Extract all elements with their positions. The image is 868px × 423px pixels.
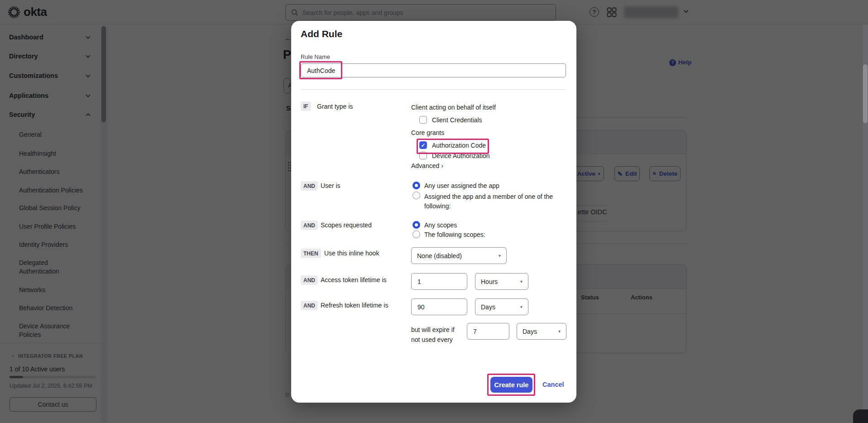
cancel-button[interactable]: Cancel	[542, 381, 564, 388]
access-lifetime-input[interactable]	[411, 273, 467, 290]
authorization-code-checkbox[interactable]: ✓	[419, 141, 427, 149]
authorization-code-label: Authorization Code	[432, 142, 486, 149]
inline-hook-value: None (disabled)	[417, 252, 462, 260]
check-icon: ✓	[421, 143, 425, 148]
chat-widget-button[interactable]	[853, 409, 868, 423]
keyword-if: IF	[301, 101, 311, 111]
access-unit-value: Hours	[481, 278, 498, 285]
expire-unit-select[interactable]: Days ▾	[517, 323, 566, 340]
caret-down-icon: ▾	[520, 304, 523, 309]
keyword-and-user: AND	[301, 181, 318, 191]
access-lifetime-unit-select[interactable]: Hours ▾	[475, 273, 528, 290]
assigned-member-label: Assigned the app and a member of one of …	[424, 192, 564, 211]
grant-group1-label: Client acting on behalf of itself	[411, 104, 496, 111]
following-scopes-radio[interactable]	[412, 231, 420, 238]
rule-name-label: Rule Name	[301, 53, 330, 60]
assigned-member-radio[interactable]	[412, 192, 420, 199]
browser-scrollbar-thumb[interactable]	[863, 64, 868, 123]
any-scopes-radio[interactable]	[412, 221, 420, 229]
browser-scrollbar[interactable]	[863, 24, 868, 423]
caret-down-icon: ▾	[520, 279, 523, 284]
device-authorization-checkbox[interactable]	[419, 152, 427, 159]
inline-hook-label: Use this inline hook	[324, 250, 379, 257]
inline-hook-select[interactable]: None (disabled) ▾	[411, 247, 507, 264]
any-scopes-label: Any scopes	[424, 221, 457, 229]
add-rule-modal: Add Rule Rule Name IF Grant type is Clie…	[291, 21, 576, 403]
any-user-label: Any user assigned the app	[424, 182, 499, 189]
advanced-toggle[interactable]: Advanced ›	[411, 162, 443, 169]
keyword-and-access: AND	[301, 275, 318, 285]
expire-note-line2: not used every	[411, 336, 453, 343]
refresh-unit-value: Days	[481, 303, 495, 311]
user-is-label: User is	[321, 182, 340, 189]
keyword-and-scopes: AND	[301, 221, 318, 230]
modal-title: Add Rule	[301, 29, 342, 39]
grant-group2-label: Core grants	[411, 129, 444, 136]
grant-type-label: Grant type is	[317, 103, 353, 110]
modal-divider	[301, 89, 566, 90]
client-credentials-label: Client Credentials	[432, 116, 482, 124]
expire-value-input[interactable]	[467, 323, 509, 340]
refresh-lifetime-unit-select[interactable]: Days ▾	[475, 298, 528, 315]
client-credentials-checkbox[interactable]	[419, 116, 427, 124]
chevron-right-icon: ›	[441, 162, 443, 169]
caret-down-icon: ▾	[558, 329, 561, 334]
expire-note-line1: but will expire if	[411, 326, 455, 333]
following-scopes-label: The following scopes:	[424, 231, 485, 238]
device-authorization-label: Device Authorization	[432, 152, 490, 159]
keyword-then: THEN	[301, 249, 321, 258]
any-user-radio[interactable]	[412, 182, 420, 189]
keyword-and-refresh: AND	[301, 301, 318, 310]
access-lifetime-label: Access token lifetime is	[321, 276, 387, 284]
refresh-lifetime-label: Refresh token lifetime is	[321, 302, 388, 309]
rule-name-input[interactable]	[301, 63, 566, 77]
scopes-label: Scopes requested	[321, 221, 372, 229]
create-rule-button[interactable]: Create rule	[490, 377, 532, 393]
expire-unit-value: Days	[523, 328, 537, 335]
caret-down-icon: ▾	[499, 253, 501, 258]
refresh-lifetime-input[interactable]	[411, 298, 467, 315]
